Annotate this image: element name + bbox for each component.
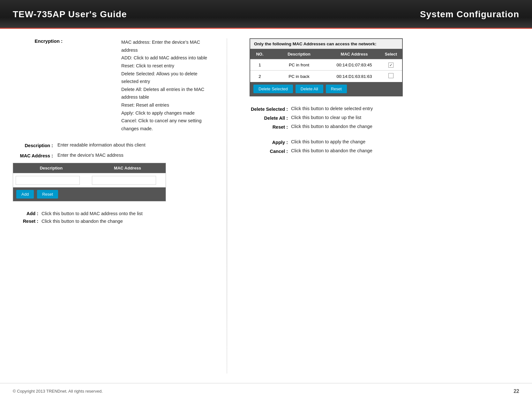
mac-table-row: 2 PC in back 00:14:D1:63:81:63 [250,70,402,82]
right-reset-text: Click this button to abandon the change [291,124,372,129]
section-title: System Configuration [420,9,519,19]
add-button[interactable]: Add [16,190,34,199]
row1-no: 1 [250,60,269,70]
add-mac-table-header: Description MAC Address [13,163,166,173]
row1-desc: PC in front [269,60,329,70]
row1-checkbox[interactable]: ✓ [388,63,393,68]
page-footer: © Copyright 2013 TRENDnet. All rights re… [0,383,532,399]
description-input-cell[interactable] [13,175,89,186]
row1-select[interactable]: ✓ [380,59,402,70]
col-no-header: NO. [250,49,269,59]
delete-selected-button[interactable]: Delete Selected [253,85,293,93]
apply-text: Click this button to apply the change [291,139,365,144]
mac-input[interactable] [92,176,156,185]
enc-line-6: Reset: Reset all entries [121,101,211,109]
add-mac-table: Description MAC Address Add Reset [13,163,166,201]
apply-desc-row: Apply : Click this button to apply the c… [250,139,519,145]
reset-desc-row: Reset : Click this button to abandon the… [13,219,211,224]
right-reset-desc-row: Reset : Click this button to abandon the… [250,124,519,130]
enc-line-4: Delete Selected: Allows you to delete se… [121,70,211,86]
col-mac-header: MAC Address [89,163,166,173]
mac-address-label: MAC Address : [13,153,57,158]
enc-line-1: MAC address: Enter the device's MAC addr… [121,38,211,54]
right-descriptions: Delete Selected : Click this button to d… [250,106,519,154]
col-mac-addr-header: MAC Address [329,49,380,59]
add-mac-input-row [13,173,166,187]
main-content: Encryption : MAC address: Enter the devi… [0,29,532,383]
cancel-desc-row: Cancel : Click this button to abandon th… [250,148,519,154]
mac-address-value: Enter the device's MAC address [57,153,124,158]
enc-line-2: ADD: Click to add MAC address into table [121,54,211,62]
mac-table-row: 1 PC in front 00:14:D1:07:83:45 ✓ [250,59,402,70]
right-column: Only the following MAC Addresses can acc… [243,38,519,373]
encryption-label: Encryption : [13,38,67,130]
mac-reset-button[interactable]: Reset [326,85,347,93]
enc-line-7: Apply: Click to apply changes made [121,109,211,117]
reset-desc-text: Click this button to abandon the change [41,219,123,224]
add-mac-buttons: Add Reset [13,187,166,201]
encryption-content: MAC address: Enter the device's MAC addr… [121,38,211,133]
description-row: Description : Enter readable information… [13,142,211,148]
row1-mac: 00:14:D1:07:83:45 [329,60,380,70]
col-desc-header: Description [269,49,329,59]
column-divider [227,38,227,373]
add-desc-row: Add : Click this button to add MAC addre… [13,211,211,216]
row2-mac: 00:14:D1:63:81:63 [329,72,380,81]
small-reset-button[interactable]: Reset [37,190,58,199]
add-desc-label: Add : [13,211,41,216]
cancel-text: Click this button to abandon the change [291,148,372,153]
page-header: TEW-735AP User's Guide System Configurat… [0,0,532,29]
description-label: Description : [13,142,57,148]
description-input[interactable] [16,176,80,185]
add-reset-descriptions: Add : Click this button to add MAC addre… [13,211,211,224]
mac-filter-table: Only the following MAC Addresses can acc… [250,38,403,96]
reset-desc-label: Reset : [13,219,41,224]
row2-select[interactable] [380,71,402,82]
cancel-label: Cancel : [250,148,291,154]
add-desc-text: Click this button to add MAC address ont… [41,211,143,216]
apply-label: Apply : [250,139,291,145]
enc-line-5: Delete All: Deletes all entries in the M… [121,86,211,101]
document-title: TEW-735AP User's Guide [13,9,127,19]
col-description-header: Description [13,163,89,173]
delete-selected-desc-row: Delete Selected : Click this button to d… [250,106,519,112]
delete-all-button[interactable]: Delete All [296,85,323,93]
delete-all-desc-text: Click this button to clear up the list [291,115,361,120]
row2-desc: PC in back [269,72,329,81]
row2-checkbox[interactable] [388,73,393,78]
mac-address-row: MAC Address : Enter the device's MAC add… [13,153,211,158]
copyright-text: © Copyright 2013 TRENDnet. All rights re… [13,389,103,394]
delete-all-desc-row: Delete All : Click this button to clear … [250,115,519,121]
delete-all-desc-label: Delete All : [250,115,291,121]
delete-selected-desc-text: Click this button to delete selected ent… [291,106,373,111]
page-number: 22 [513,388,519,394]
col-select-header: Select [380,49,402,59]
row2-no: 2 [250,72,269,81]
right-reset-label: Reset : [250,124,291,130]
left-column: Encryption : MAC address: Enter the devi… [13,38,211,373]
mac-input-cell[interactable] [89,175,166,186]
description-value: Enter readable information about this cl… [57,142,146,148]
enc-line-3: Reset: Click to reset entry [121,62,211,70]
delete-selected-desc-label: Delete Selected : [250,106,291,112]
mac-table-header: NO. Description MAC Address Select [250,49,402,59]
mac-table-title: Only the following MAC Addresses can acc… [250,39,402,49]
enc-line-8: Cancel: Click to cancel any new setting … [121,117,211,132]
mac-table-buttons: Delete Selected Delete All Reset [250,82,402,96]
encryption-section: Encryption : MAC address: Enter the devi… [13,38,211,133]
